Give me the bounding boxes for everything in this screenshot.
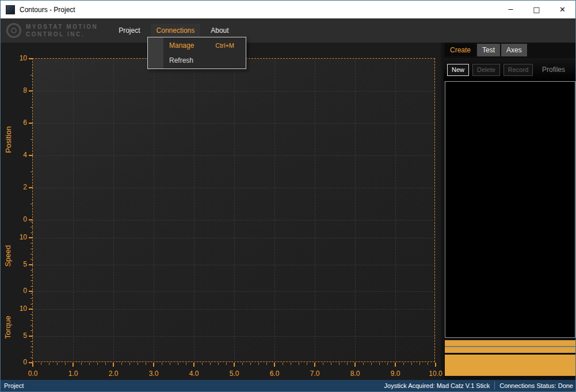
- new-button[interactable]: New: [447, 64, 469, 76]
- x-tick-label: 1.0: [62, 370, 85, 378]
- plot-area: 0.01.02.03.04.05.06.07.08.09.010.0Positi…: [32, 58, 435, 362]
- x-tick-minor: [89, 363, 90, 365]
- x-tick-minor: [210, 363, 211, 365]
- gridline-horizontal: [33, 155, 436, 156]
- menu-about[interactable]: About: [205, 24, 234, 37]
- x-tick-label: 2.0: [102, 370, 125, 378]
- tab-create[interactable]: Create: [445, 44, 476, 56]
- x-tick-minor: [339, 363, 340, 365]
- panel-tabs: Create Test Axes: [445, 44, 527, 56]
- y-tick-major: [29, 90, 33, 92]
- x-tick-major: [234, 363, 235, 367]
- x-tick-minor: [81, 363, 82, 365]
- x-tick-minor: [291, 363, 291, 365]
- gridline-horizontal: [33, 336, 436, 337]
- y-tick-minor: [30, 139, 33, 140]
- x-tick-minor: [57, 363, 58, 365]
- y-axis-label: Torque: [3, 291, 13, 363]
- x-tick-minor: [307, 363, 307, 365]
- y-tick-major: [29, 155, 33, 156]
- y-tick-minor: [30, 357, 33, 358]
- y-tick-label: 10: [9, 233, 27, 241]
- y-tick-label: 5: [9, 260, 27, 268]
- menu-item-manage[interactable]: Manage Ctrl+M: [148, 38, 246, 53]
- minimize-button[interactable]: ─: [498, 1, 524, 18]
- y-tick-label: 8: [9, 86, 27, 94]
- maximize-button[interactable]: □: [524, 1, 550, 18]
- titlebar: Contours - Project ─ □ ✕: [1, 1, 575, 18]
- profile-action-bar[interactable]: [445, 355, 575, 376]
- y-tick-major: [29, 264, 33, 265]
- y-tick-label: 6: [9, 119, 27, 127]
- connections-dropdown-menu: Manage Ctrl+M Refresh: [147, 37, 246, 69]
- y-tick-minor: [30, 275, 33, 276]
- x-tick-major: [193, 363, 194, 367]
- status-connections: Connections Status: Done: [499, 382, 573, 389]
- slider-track: [445, 346, 575, 347]
- y-tick-major: [29, 219, 33, 220]
- x-tick-major: [314, 363, 315, 367]
- menu-item-refresh[interactable]: Refresh: [148, 53, 246, 68]
- x-tick-minor: [403, 363, 404, 365]
- profiles-list[interactable]: [445, 81, 575, 338]
- x-tick-label: 0.0: [21, 370, 44, 378]
- menu-connections[interactable]: Connections: [151, 24, 201, 37]
- y-tick-major: [29, 309, 33, 310]
- y-axis-label-text: Position: [4, 126, 13, 153]
- y-tick-major: [29, 237, 33, 238]
- tab-test[interactable]: Test: [477, 44, 500, 56]
- y-tick-minor: [30, 249, 33, 249]
- y-tick-major: [29, 336, 33, 337]
- x-tick-major: [153, 363, 154, 367]
- gridline-vertical: [154, 59, 154, 363]
- x-tick-label: 5.0: [223, 370, 246, 378]
- status-project: Project: [4, 382, 24, 389]
- brand-line2: CONTROL INC.: [26, 31, 98, 38]
- right-panel: Create Test Axes New Delete Record Profi…: [444, 43, 576, 380]
- gridline-vertical: [355, 59, 356, 363]
- x-tick-minor: [419, 363, 420, 365]
- x-tick-minor: [242, 363, 243, 365]
- x-tick-minor: [146, 363, 146, 365]
- x-tick-minor: [49, 363, 49, 365]
- y-tick-minor: [30, 259, 33, 260]
- x-tick-minor: [371, 363, 372, 365]
- menu-item-manage-shortcut: Ctrl+M: [215, 42, 234, 49]
- gridline-horizontal: [33, 220, 436, 220]
- tab-axes[interactable]: Axes: [501, 44, 527, 56]
- x-tick-minor: [65, 363, 66, 365]
- delete-button[interactable]: Delete: [472, 64, 500, 76]
- app-icon: [6, 5, 15, 14]
- y-tick-major: [29, 362, 33, 363]
- x-tick-minor: [283, 363, 283, 365]
- record-button[interactable]: Record: [503, 64, 533, 76]
- profile-slider[interactable]: [445, 340, 575, 353]
- x-tick-minor: [387, 363, 388, 365]
- brand-text: MYOSTAT MOTION CONTROL INC.: [26, 23, 98, 38]
- gridline-horizontal: [33, 91, 436, 92]
- x-tick-major: [113, 363, 114, 367]
- x-tick-minor: [250, 363, 251, 365]
- x-tick-minor: [121, 363, 122, 365]
- brand-gear-hub-icon: [11, 28, 17, 33]
- status-right-group: Joystick Acquired: Mad Catz V.1 Stick Co…: [384, 382, 573, 390]
- x-tick-minor: [226, 363, 227, 365]
- x-tick-minor: [379, 363, 380, 365]
- x-tick-minor: [129, 363, 130, 365]
- gridline-vertical: [113, 59, 114, 363]
- x-tick-minor: [202, 363, 203, 365]
- menu-project[interactable]: Project: [113, 24, 146, 37]
- gridline-horizontal: [33, 188, 436, 188]
- y-tick-major: [29, 187, 33, 188]
- y-tick-minor: [30, 172, 33, 172]
- menu-items: Project Connections About: [113, 24, 234, 37]
- x-tick-minor: [411, 363, 412, 365]
- x-tick-minor: [170, 363, 170, 365]
- profiles-toolbar: New Delete Record Profiles: [444, 58, 576, 81]
- gridline-vertical: [315, 59, 315, 363]
- chart-region: 0.01.02.03.04.05.06.07.08.09.010.0Positi…: [1, 43, 441, 380]
- close-button[interactable]: ✕: [550, 1, 575, 18]
- menu-item-manage-label: Manage: [169, 41, 194, 50]
- x-tick-minor: [363, 363, 364, 365]
- y-tick-major: [29, 291, 33, 292]
